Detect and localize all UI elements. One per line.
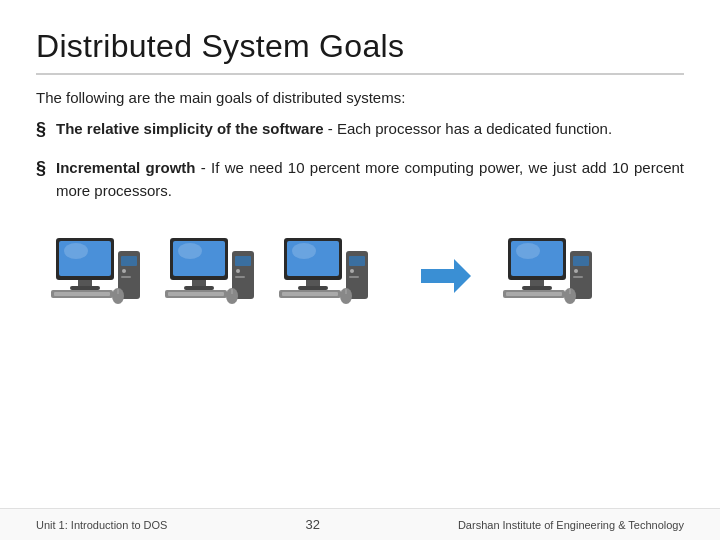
svg-rect-23 [168, 292, 224, 296]
svg-point-47 [574, 269, 578, 273]
svg-rect-30 [298, 286, 328, 290]
svg-rect-6 [121, 256, 137, 266]
svg-rect-43 [530, 280, 544, 287]
computer-group-1 [46, 236, 146, 316]
svg-rect-50 [506, 292, 562, 296]
footer-right: Darshan Institute of Engineering & Techn… [458, 519, 684, 531]
svg-point-15 [178, 243, 202, 259]
footer-left: Unit 1: Introduction to DOS [36, 519, 167, 531]
intro-text: The following are the main goals of dist… [36, 89, 684, 106]
svg-rect-3 [78, 280, 92, 287]
svg-rect-32 [349, 256, 365, 266]
svg-rect-46 [573, 256, 589, 266]
slide: Distributed System Goals The following a… [0, 0, 720, 540]
computer-icon-1 [46, 236, 146, 316]
svg-marker-39 [421, 259, 471, 293]
svg-rect-36 [282, 292, 338, 296]
computer-icon-4 [498, 236, 598, 316]
slide-title: Distributed System Goals [36, 28, 684, 65]
computer-group-2 [160, 236, 260, 316]
bullet-suffix-1: - Each processor has a dedicated functio… [324, 120, 613, 137]
images-row [36, 226, 684, 326]
svg-rect-8 [121, 276, 131, 278]
svg-rect-16 [192, 280, 206, 287]
computer-group-4 [498, 236, 598, 316]
bullet-text-2: Incremental growth - If we need 10 perce… [56, 157, 684, 202]
keyword-1: The relative simplicity of the software [56, 120, 324, 137]
bullet-marker-1: § [36, 116, 46, 143]
bullet-text-1: The relative simplicity of the software … [56, 118, 684, 141]
svg-rect-29 [306, 280, 320, 287]
computer-icon-3 [274, 236, 374, 316]
footer: Unit 1: Introduction to DOS 32 Darshan I… [0, 508, 720, 540]
svg-point-28 [292, 243, 316, 259]
svg-rect-19 [235, 256, 251, 266]
arrow-container [396, 251, 476, 301]
svg-rect-44 [522, 286, 552, 290]
svg-point-2 [64, 243, 88, 259]
title-area: Distributed System Goals [36, 28, 684, 75]
bullet-item-1: § The relative simplicity of the softwar… [36, 118, 684, 143]
svg-point-20 [236, 269, 240, 273]
svg-point-42 [516, 243, 540, 259]
keyword-2: Incremental growth [56, 159, 195, 176]
bullet-item-2: § Incremental growth - If we need 10 per… [36, 157, 684, 202]
computer-group-3 [274, 236, 374, 316]
arrow-icon [416, 251, 476, 301]
svg-point-33 [350, 269, 354, 273]
svg-rect-34 [349, 276, 359, 278]
svg-rect-10 [54, 292, 110, 296]
computer-icon-2 [160, 236, 260, 316]
svg-rect-48 [573, 276, 583, 278]
svg-rect-4 [70, 286, 100, 290]
bullet-marker-2: § [36, 155, 46, 182]
svg-rect-17 [184, 286, 214, 290]
footer-center: 32 [305, 517, 319, 532]
bullet-list: § The relative simplicity of the softwar… [36, 118, 684, 216]
svg-rect-21 [235, 276, 245, 278]
svg-point-7 [122, 269, 126, 273]
